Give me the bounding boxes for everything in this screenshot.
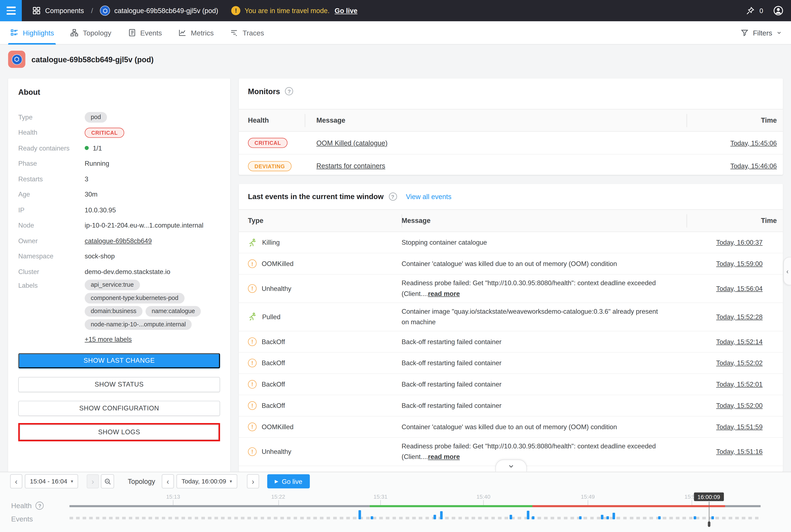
filter-funnel-icon xyxy=(740,28,749,37)
event-bar[interactable] xyxy=(371,516,373,519)
event-bar[interactable] xyxy=(694,516,696,519)
breadcrumb-entity[interactable]: catalogue-69b58cb649-gjl5v (pod) xyxy=(114,7,218,14)
help-icon[interactable]: ? xyxy=(36,501,44,510)
event-time-link[interactable]: Today, 15:52:02 xyxy=(716,359,763,367)
warning-icon: ! xyxy=(248,359,257,367)
hamburger-menu-button[interactable] xyxy=(0,0,22,21)
event-row[interactable]: !OOMKilledContainer 'catalogue' was kill… xyxy=(239,416,783,438)
range-prev-button[interactable]: ‹ xyxy=(10,474,22,488)
monitors-title: Monitors xyxy=(248,87,280,96)
last-events-title: Last events in the current time window xyxy=(248,192,384,201)
monitor-message-link[interactable]: OOM Killed (catalogue) xyxy=(316,139,388,147)
show-status-button[interactable]: SHOW STATUS xyxy=(18,377,220,392)
events-icon xyxy=(128,28,136,37)
event-bar[interactable] xyxy=(579,516,582,519)
event-bar[interactable] xyxy=(434,515,436,519)
about-title: About xyxy=(18,88,220,96)
about-field-ip: IP 10.0.30.95 xyxy=(18,202,220,218)
last-events-card: Last events in the current time window ?… xyxy=(239,184,783,472)
more-labels-link[interactable]: +15 more labels xyxy=(85,335,132,343)
show-last-change-button[interactable]: SHOW LAST CHANGE xyxy=(18,353,220,368)
event-message: Back-off restarting failed container xyxy=(402,359,501,366)
monitor-message-link[interactable]: Restarts for containers xyxy=(316,162,385,170)
owner-link[interactable]: catalogue-69b58cb649 xyxy=(85,237,152,245)
health-critical-pill: CRITICAL xyxy=(85,128,125,138)
timeline-track[interactable]: 15:1315:2215:3115:4015:4915:58 16:00:09 xyxy=(70,472,760,532)
health-bar xyxy=(70,505,760,507)
monitor-time-link[interactable]: Today, 15:45:06 xyxy=(730,139,777,147)
event-type: OOMKilled xyxy=(261,423,293,431)
event-time-link[interactable]: Today, 15:56:04 xyxy=(716,285,763,292)
event-time-link[interactable]: Today, 16:00:37 xyxy=(716,239,763,246)
health-row-label: Health ? xyxy=(11,501,44,510)
read-more-link[interactable]: read more xyxy=(428,453,460,461)
event-row[interactable]: KillingStopping container catalogueToday… xyxy=(239,232,783,253)
event-bar[interactable] xyxy=(510,515,512,519)
event-row[interactable]: !BackOffBack-off restarting failed conta… xyxy=(239,331,783,353)
breadcrumb-components[interactable]: Components xyxy=(45,7,84,14)
event-bar[interactable] xyxy=(712,516,714,519)
read-more-link[interactable]: read more xyxy=(428,290,460,298)
label-chip: node-name:ip-10-...ompute.internal xyxy=(85,319,192,329)
event-time-link[interactable]: Today, 15:52:14 xyxy=(716,338,763,345)
health-segment-healthy xyxy=(369,505,532,507)
about-field-restarts: Restarts 3 xyxy=(18,171,220,187)
tab-topology[interactable]: Topology xyxy=(68,21,113,44)
warning-icon: ! xyxy=(248,447,257,456)
runner-icon xyxy=(248,238,257,247)
timeline-tick-label: 15:49 xyxy=(581,494,595,500)
event-row[interactable]: !OOMKilledContainer 'catalogue' was kill… xyxy=(239,253,783,275)
event-time-link[interactable]: Today, 15:51:59 xyxy=(716,423,763,431)
filters-button[interactable]: Filters xyxy=(740,28,782,37)
event-row[interactable]: !BackOffBack-off restarting failed conta… xyxy=(239,374,783,395)
highlights-icon xyxy=(10,28,19,37)
event-time-link[interactable]: Today, 15:59:00 xyxy=(716,260,763,267)
monitor-time-link[interactable]: Today, 15:46:06 xyxy=(730,162,777,170)
event-bar[interactable] xyxy=(601,515,603,519)
help-icon[interactable]: ? xyxy=(285,87,293,95)
go-live-link[interactable]: Go live xyxy=(335,7,357,14)
label-chip: api_service:true xyxy=(85,280,140,290)
event-row[interactable]: !BackOffBack-off restarting failed conta… xyxy=(239,395,783,416)
event-bar[interactable] xyxy=(440,511,442,519)
events-baseline xyxy=(70,517,760,519)
user-avatar[interactable] xyxy=(773,5,784,16)
event-time-link[interactable]: Today, 15:51:16 xyxy=(716,448,763,455)
event-bar[interactable] xyxy=(527,511,530,519)
events-row-label: Events xyxy=(11,515,33,523)
event-row[interactable]: PulledContainer image "quay.io/stackstat… xyxy=(239,303,783,331)
event-bar[interactable] xyxy=(613,513,615,519)
green-status-dot xyxy=(85,146,89,150)
monitor-row[interactable]: CRITICAL OOM Killed (catalogue) Today, 1… xyxy=(239,132,783,154)
type-chip: pod xyxy=(85,112,107,122)
time-travel-warning-text: You are in time travel mode. xyxy=(245,7,330,14)
help-icon[interactable]: ? xyxy=(389,192,397,201)
event-row[interactable]: !BackOffBack-off restarting failed conta… xyxy=(239,353,783,374)
tab-events[interactable]: Events xyxy=(126,21,164,44)
event-time-link[interactable]: Today, 15:52:28 xyxy=(716,313,763,321)
tab-highlights[interactable]: Highlights xyxy=(8,21,56,44)
time-indicator-handle[interactable] xyxy=(708,521,710,527)
chevron-left-icon: ‹ xyxy=(786,267,789,275)
show-configuration-button[interactable]: SHOW CONFIGURATION xyxy=(18,400,220,416)
event-bar[interactable] xyxy=(607,516,609,519)
monitor-row[interactable]: DEVIATING Restarts for containers Today,… xyxy=(239,154,783,177)
about-field-labels: Labels api_service:true component-type:k… xyxy=(18,280,220,343)
event-time-link[interactable]: Today, 15:52:01 xyxy=(716,380,763,388)
event-time-link[interactable]: Today, 15:52:00 xyxy=(716,402,763,409)
tab-traces[interactable]: Traces xyxy=(228,21,266,44)
expand-right-panel-button[interactable]: ‹ xyxy=(784,257,791,285)
view-all-events-link[interactable]: View all events xyxy=(406,193,452,200)
event-bar[interactable] xyxy=(658,516,661,519)
event-type: Unhealthy xyxy=(261,285,291,292)
event-row[interactable]: !UnhealthyReadiness probe failed: Get "h… xyxy=(239,275,783,303)
event-bar[interactable] xyxy=(532,516,534,519)
chevron-down-icon xyxy=(776,30,782,36)
pin-icon[interactable] xyxy=(745,6,755,16)
tab-metrics[interactable]: Metrics xyxy=(176,21,216,44)
label-chip: domain:business xyxy=(85,306,143,316)
event-bar[interactable] xyxy=(358,510,361,519)
scroll-down-button[interactable] xyxy=(495,460,527,472)
show-logs-button[interactable]: SHOW LOGS xyxy=(20,424,219,439)
event-type: Killing xyxy=(262,239,280,246)
